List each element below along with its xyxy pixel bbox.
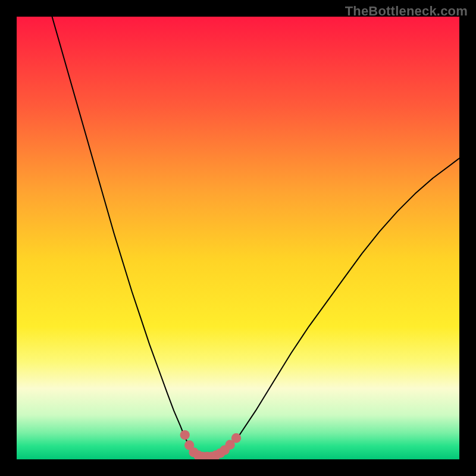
plot-area xyxy=(17,17,459,459)
watermark-text: TheBottleneck.com xyxy=(345,4,468,19)
gradient-background xyxy=(17,17,459,459)
chart-svg xyxy=(17,17,459,459)
valley-marker xyxy=(231,433,241,443)
chart-stage: TheBottleneck.com xyxy=(0,0,476,476)
valley-marker xyxy=(180,430,190,440)
